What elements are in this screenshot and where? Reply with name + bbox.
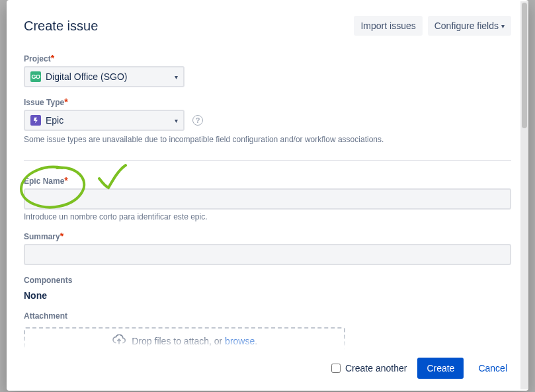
create-issue-modal: Create issue Import issues Configure fie… bbox=[7, 0, 528, 391]
project-field: Project* GO Digital Office (SGO) ▾ bbox=[24, 53, 511, 87]
configure-fields-label: Configure fields bbox=[434, 20, 499, 31]
create-another-label: Create another bbox=[345, 363, 407, 373]
browse-link[interactable]: browse bbox=[225, 336, 255, 346]
required-asterisk: * bbox=[51, 53, 54, 63]
chevron-down-icon: ▾ bbox=[175, 117, 178, 124]
modal-body: Create issue Import issues Configure fie… bbox=[7, 0, 528, 350]
dropzone-text: Drop files to attach, or browse. bbox=[132, 336, 257, 346]
required-asterisk: * bbox=[64, 175, 67, 186]
chevron-down-icon: ▾ bbox=[175, 73, 178, 81]
epic-name-input[interactable] bbox=[24, 188, 511, 210]
section-divider bbox=[24, 160, 511, 161]
project-avatar-icon: GO bbox=[30, 71, 41, 82]
modal-header: Create issue Import issues Configure fie… bbox=[24, 16, 511, 36]
summary-input[interactable] bbox=[24, 244, 511, 265]
summary-label: Summary bbox=[24, 232, 60, 241]
issue-type-select[interactable]: Epic ▾ bbox=[24, 110, 185, 131]
modal-footer: Create another Create Cancel bbox=[7, 350, 528, 391]
attachment-dropzone[interactable]: Drop files to attach, or browse. bbox=[24, 327, 345, 350]
project-label: Project bbox=[24, 54, 51, 63]
project-select[interactable]: GO Digital Office (SGO) ▾ bbox=[24, 66, 185, 87]
issue-type-label: Issue Type bbox=[24, 98, 64, 107]
dropzone-prefix: Drop files to attach, or bbox=[132, 336, 225, 346]
attachment-label: Attachment bbox=[24, 311, 67, 321]
components-label: Components bbox=[24, 276, 72, 285]
scrollbar-thumb[interactable] bbox=[522, 3, 527, 128]
epic-icon bbox=[30, 115, 41, 126]
components-field: Components None bbox=[24, 274, 511, 301]
issue-type-select-value: Epic bbox=[46, 115, 63, 126]
epic-name-help: Introduce un nombre corto para identific… bbox=[24, 212, 511, 221]
create-another-checkbox[interactable] bbox=[331, 364, 341, 373]
header-actions: Import issues Configure fields ▾ bbox=[354, 16, 511, 36]
required-asterisk: * bbox=[60, 231, 63, 241]
epic-name-label: Epic Name bbox=[24, 176, 64, 186]
upload-cloud-icon bbox=[112, 334, 126, 348]
chevron-down-icon: ▾ bbox=[501, 22, 505, 30]
cancel-button[interactable]: Cancel bbox=[474, 362, 511, 374]
project-select-value: Digital Office (SGO) bbox=[46, 71, 127, 82]
issue-type-field: Issue Type* Epic ▾ ? Some issue types ar… bbox=[24, 97, 511, 144]
import-issues-button[interactable]: Import issues bbox=[354, 16, 422, 36]
modal-title: Create issue bbox=[24, 19, 98, 34]
summary-field: Summary* bbox=[24, 231, 511, 265]
epic-name-field: Epic Name* Introduce un nombre corto par… bbox=[24, 175, 511, 221]
required-asterisk: * bbox=[64, 97, 67, 107]
scrollbar-track[interactable] bbox=[520, 1, 528, 389]
configure-fields-button[interactable]: Configure fields ▾ bbox=[428, 16, 511, 36]
dropzone-dot: . bbox=[255, 336, 257, 346]
issue-type-note: Some issue types are unavailable due to … bbox=[24, 135, 511, 144]
components-value: None bbox=[24, 290, 511, 301]
create-button[interactable]: Create bbox=[417, 358, 464, 379]
help-icon[interactable]: ? bbox=[192, 115, 203, 126]
attachment-field: Attachment Drop files to attach, or brow… bbox=[24, 310, 511, 350]
create-another-wrap[interactable]: Create another bbox=[329, 362, 407, 375]
